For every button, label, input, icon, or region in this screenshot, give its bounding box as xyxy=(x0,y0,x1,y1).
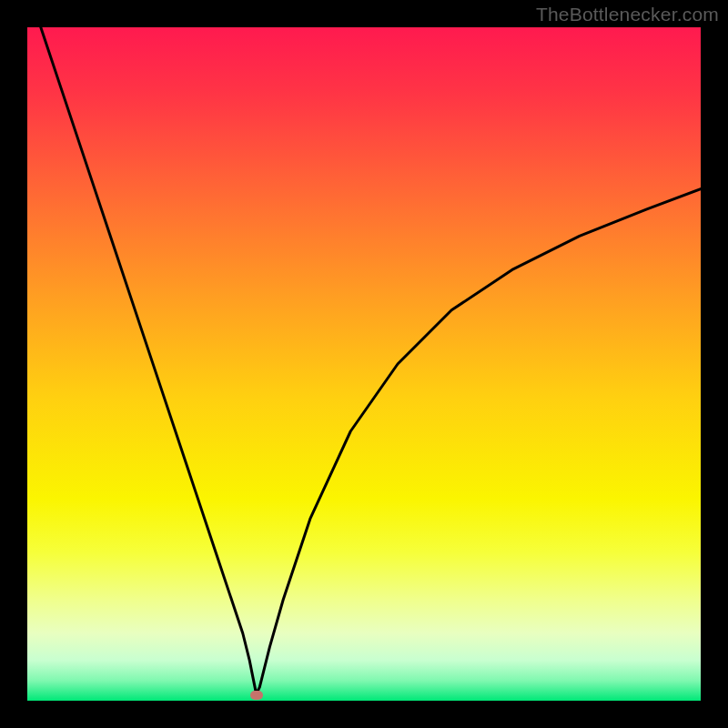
svg-rect-0 xyxy=(27,27,701,701)
chart-frame xyxy=(27,27,701,701)
optimal-point-marker xyxy=(250,691,263,700)
heatmap-gradient xyxy=(27,27,701,701)
watermark-text: TheBottlenecker.com xyxy=(536,4,719,25)
